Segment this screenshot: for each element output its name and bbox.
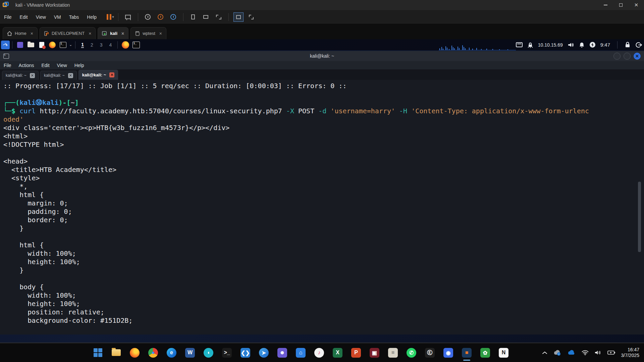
terminal-menu-view[interactable]: View	[53, 63, 71, 68]
file-manager-launcher[interactable]	[26, 41, 35, 49]
vmware-menu-vm[interactable]: VM	[50, 10, 65, 24]
terminal-tab-close-icon[interactable]: ✕	[68, 73, 73, 78]
terminal-menu-edit[interactable]: Edit	[38, 63, 53, 68]
notion-app-icon[interactable]: N	[498, 348, 509, 358]
text-editor-launcher[interactable]	[37, 41, 46, 49]
firefox-icon[interactable]	[129, 348, 140, 358]
vm-tab-close-icon[interactable]: ×	[89, 31, 91, 36]
take-snapshot-button[interactable]	[143, 12, 153, 22]
terminal-tab-close-icon[interactable]: ✕	[109, 72, 114, 77]
compass-browser-icon[interactable]: ➤	[259, 348, 269, 358]
taskbar-apps: ●eW◖>_❮❯➤☻⌂♪XP▣≡✆Ⓔ◉■✿N	[93, 348, 509, 358]
notifications-bell-icon[interactable]	[579, 42, 585, 48]
vpn-lock-icon[interactable]	[527, 42, 533, 48]
terminal-output[interactable]: :: Progress: [17/17] :: Job [1/1] :: 5 r…	[0, 80, 644, 335]
send-ctrl-alt-del-button[interactable]	[123, 12, 133, 22]
wifi-icon[interactable]	[582, 350, 589, 355]
file-explorer-icon[interactable]	[111, 348, 121, 358]
notebook-app-icon[interactable]: ≡	[388, 348, 398, 358]
manage-snapshots-button[interactable]	[168, 12, 178, 22]
terminal-cmd-icon[interactable]: >_	[222, 348, 232, 358]
store-app-icon[interactable]: ⌂	[296, 348, 306, 358]
blue-meet-app-icon[interactable]: ◉	[443, 348, 453, 358]
tray-chevron-up-icon[interactable]	[542, 351, 547, 354]
terminal-scrollbar-thumb[interactable]	[638, 182, 641, 252]
maximize-button[interactable]	[613, 0, 629, 10]
vm-tab-close-icon[interactable]: ×	[159, 31, 162, 36]
vmware-toolbar: FileEditViewVMTabsHelp ▾	[0, 10, 644, 24]
excel-icon[interactable]: X	[332, 348, 343, 358]
terminal-window-button[interactable]: $_	[132, 41, 141, 49]
terminal-tab-label: kali@kali: ~	[44, 73, 65, 78]
terminal-maximize-button[interactable]	[624, 53, 631, 60]
green-leaf-app-icon[interactable]: ✿	[480, 348, 490, 358]
vm-tab-development[interactable]: DEVELOPMENT×	[40, 27, 96, 39]
start-button[interactable]	[93, 348, 103, 358]
purple-chat-app-icon[interactable]: ☻	[277, 348, 287, 358]
console-view-button[interactable]	[233, 12, 244, 22]
vmware-menu-edit[interactable]: Edit	[16, 10, 32, 24]
launcher-dropdown-icon[interactable]: ⌄	[69, 43, 72, 47]
video-app-icon[interactable]: ▣	[369, 348, 380, 358]
dark-app-icon[interactable]: Ⓔ	[425, 348, 435, 358]
vm-clock[interactable]: 9:47	[600, 42, 610, 48]
vmware-menu-tabs[interactable]: Tabs	[65, 10, 83, 24]
workspace-2[interactable]: 2	[91, 42, 93, 48]
word-icon[interactable]: W	[185, 348, 195, 358]
whatsapp-icon[interactable]: ✆	[406, 348, 417, 358]
terminal-menu-actions[interactable]: Actions	[15, 63, 38, 68]
logout-icon[interactable]	[635, 42, 642, 48]
chrome-icon[interactable]: ●	[148, 348, 158, 358]
music-app-icon[interactable]: ♪	[314, 348, 324, 358]
vscode-icon[interactable]: ❮❯	[240, 348, 251, 358]
show-thumbnail-bar-button[interactable]	[201, 12, 211, 22]
vm-tab-kali[interactable]: kali×	[98, 27, 128, 39]
unity-view-button[interactable]	[246, 12, 256, 22]
vm-tab-wptest[interactable]: wptest×	[130, 27, 166, 39]
suspend-dropdown-icon[interactable]: ▾	[112, 15, 114, 19]
vmware-workstation-icon[interactable]: ■	[462, 348, 472, 358]
onedrive-icon[interactable]	[568, 350, 576, 355]
suspend-vm-button[interactable]	[107, 14, 111, 20]
terminal-close-button[interactable]: ✕	[634, 53, 641, 60]
vm-tab-close-icon[interactable]: ×	[31, 31, 33, 36]
workspace-3[interactable]: 3	[100, 42, 103, 48]
terminal-menu-help[interactable]: Help	[71, 63, 88, 68]
terminal-launcher[interactable]: $_	[59, 41, 67, 49]
kali-menu-button[interactable]	[1, 41, 10, 49]
minimize-button[interactable]	[598, 0, 613, 10]
battery-icon[interactable]	[607, 350, 615, 355]
tray-volume-icon[interactable]	[595, 350, 601, 355]
vmware-menu-file[interactable]: File	[0, 10, 16, 24]
close-button[interactable]: ✕	[629, 0, 644, 10]
revert-snapshot-button[interactable]	[156, 12, 166, 22]
vm-ip-address[interactable]: 10.10.15.69	[538, 42, 563, 48]
terminal-menu-file[interactable]: File	[0, 63, 15, 68]
show-desktop-button[interactable]	[16, 41, 24, 49]
teal-cloud-app-icon[interactable]: ◖	[203, 348, 214, 358]
edge-icon[interactable]: e	[166, 348, 177, 358]
terminal-tab-close-icon[interactable]: ✕	[30, 73, 35, 78]
fullscreen-button[interactable]	[214, 12, 224, 22]
onedrive-paused-icon[interactable]: i	[553, 350, 561, 356]
power-manager-icon[interactable]	[589, 42, 596, 48]
workspace-4[interactable]: 4	[109, 42, 112, 48]
terminal-tab-1[interactable]: kali@kali: ~✕	[2, 71, 39, 80]
terminal-tab-3[interactable]: kali@kali: ~✕	[78, 70, 118, 80]
display-settings-icon[interactable]	[516, 42, 523, 48]
terminal-minimize-button[interactable]	[613, 53, 621, 60]
vm-tab-close-icon[interactable]: ×	[121, 31, 124, 36]
show-library-button[interactable]	[188, 12, 198, 22]
volume-icon[interactable]	[568, 42, 574, 48]
vmware-menu-help[interactable]: Help	[83, 10, 101, 24]
taskbar-clock[interactable]: 16:47 3/7/2025	[621, 347, 640, 358]
terminal-tab-2[interactable]: kali@kali: ~✕	[40, 71, 77, 80]
terminal-titlebar[interactable]: $ kali@kali: ~ ✕	[0, 51, 644, 61]
vmware-menu-view[interactable]: View	[32, 10, 50, 24]
lock-screen-icon[interactable]	[625, 42, 631, 48]
firefox-launcher[interactable]	[48, 41, 57, 49]
workspace-1[interactable]: 1	[81, 42, 84, 48]
powerpoint-icon[interactable]: P	[351, 348, 361, 358]
vm-tab-home[interactable]: Home×	[3, 27, 38, 39]
firefox-window-button[interactable]	[121, 41, 130, 49]
